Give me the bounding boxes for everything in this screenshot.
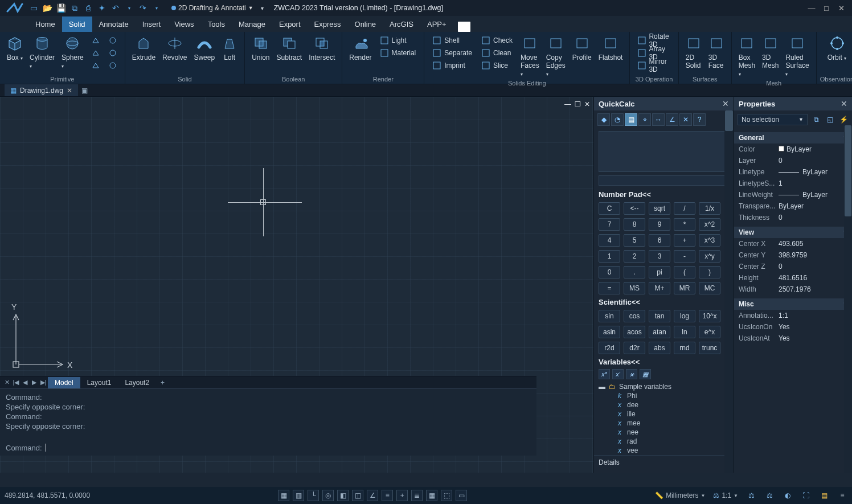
- pickadd-icon[interactable]: ⧉: [811, 114, 821, 125]
- calc-button-MC[interactable]: MC: [699, 282, 720, 294]
- variable-mee[interactable]: xmee: [599, 419, 729, 428]
- calc-button-acos[interactable]: acos: [624, 326, 645, 338]
- prop-value[interactable]: 2507.1976: [779, 285, 847, 293]
- prop-row-color[interactable]: ColorByLayer: [734, 144, 852, 155]
- prop-value[interactable]: 398.9759: [779, 251, 847, 259]
- primitive-small2-2[interactable]: [106, 59, 119, 72]
- close-icon[interactable]: ✕: [722, 99, 729, 108]
- menu-tab-express[interactable]: Express: [308, 17, 348, 32]
- menu-tab-insert[interactable]: Insert: [136, 17, 168, 32]
- prop-row-centery[interactable]: Center Y398.9759: [734, 249, 852, 261]
- calc-button-[interactable]: .: [624, 266, 645, 278]
- redo-drop-icon[interactable]: ▾: [151, 3, 162, 13]
- material-button[interactable]: Material: [378, 47, 419, 59]
- quickcalc-details-header[interactable]: Details: [594, 455, 734, 469]
- maximize-button[interactable]: □: [819, 3, 834, 13]
- calc-button-[interactable]: /: [674, 202, 695, 215]
- close-button[interactable]: ✕: [834, 3, 849, 13]
- primitive-small-1[interactable]: [89, 47, 102, 59]
- quickcalc-header[interactable]: QuickCalc ✕: [594, 97, 734, 110]
- prop-row-lineweight[interactable]: LineWeightByLayer: [734, 189, 852, 200]
- 3d-face-button[interactable]: 3D Face: [705, 34, 728, 71]
- prop-value[interactable]: 1:1: [779, 312, 847, 319]
- collapse-icon[interactable]: ▬: [599, 383, 605, 391]
- qc-angle-icon[interactable]: ∠: [666, 113, 678, 126]
- primitive-small-2[interactable]: [89, 59, 102, 72]
- preview-icon[interactable]: ✦: [97, 3, 107, 13]
- qc-clear-icon[interactable]: ◆: [597, 113, 610, 126]
- prop-value[interactable]: 1: [779, 179, 847, 187]
- var-calc-icon[interactable]: ▦: [640, 369, 651, 379]
- quickcalc-input[interactable]: [599, 175, 729, 186]
- cmd-close-icon[interactable]: ✕: [2, 379, 11, 386]
- snap-mode-icon[interactable]: ▥: [293, 490, 304, 501]
- check-button[interactable]: Check: [479, 34, 515, 47]
- scrollbar-thumb[interactable]: [725, 110, 733, 131]
- calc-button-sqrt[interactable]: sqrt: [649, 202, 670, 215]
- variable-vee[interactable]: xvee: [599, 446, 729, 455]
- calc-button-M[interactable]: M+: [649, 282, 670, 294]
- quickselect-icon[interactable]: ⚡: [838, 114, 849, 125]
- layout-tab-layout1[interactable]: Layout1: [80, 377, 118, 388]
- menu-tab-tools[interactable]: Tools: [201, 17, 232, 32]
- profile-button[interactable]: Profile: [569, 34, 595, 63]
- new-icon[interactable]: ▭: [28, 3, 39, 13]
- separate-button[interactable]: Separate: [430, 47, 474, 59]
- qp-icon[interactable]: ▭: [456, 490, 467, 501]
- vp-restore-icon[interactable]: ❐: [575, 100, 581, 108]
- var-del-icon[interactable]: x̶: [626, 369, 637, 379]
- qc-intersect-icon[interactable]: ✕: [679, 113, 692, 126]
- polar-icon[interactable]: ◎: [322, 490, 334, 501]
- prop-value[interactable]: 0: [779, 263, 847, 271]
- ortho-icon[interactable]: └: [308, 490, 319, 501]
- calc-button-7[interactable]: 7: [599, 218, 620, 231]
- tpy-icon[interactable]: ▦: [426, 490, 437, 501]
- shell-button[interactable]: Shell: [430, 34, 474, 47]
- prop-value[interactable]: 481.6516: [779, 274, 847, 282]
- vp-minimize-icon[interactable]: —: [564, 100, 571, 108]
- calc-button-[interactable]: +: [674, 234, 695, 247]
- menu-tab-app+[interactable]: APP+: [420, 17, 453, 32]
- prop-row-transpare[interactable]: Transpare...ByLayer: [734, 200, 852, 212]
- variables-tree[interactable]: ▬ 🗀 Sample variables kPhixdeexillexmeexn…: [594, 381, 734, 455]
- slice-button[interactable]: Slice: [479, 59, 515, 72]
- selection-dropdown[interactable]: No selection ▼: [738, 114, 808, 125]
- prop-value[interactable]: 0: [779, 157, 847, 165]
- prop-row-ucsiconat[interactable]: UcsIconAtYes: [734, 333, 852, 344]
- vp-close-icon[interactable]: ✕: [584, 100, 590, 108]
- qat-more-icon[interactable]: ▾: [261, 5, 264, 11]
- command-window[interactable]: Command:Specify opposite corner:Command:…: [0, 388, 536, 456]
- prop-group-view[interactable]: View▾: [734, 227, 852, 238]
- prop-value[interactable]: Yes: [779, 323, 847, 331]
- calc-button-[interactable]: (: [674, 266, 695, 278]
- calc-button-6[interactable]: 6: [649, 234, 670, 247]
- calc-button-5[interactable]: 5: [624, 234, 645, 247]
- scrollbar-thumb[interactable]: [845, 125, 851, 216]
- prop-group-misc[interactable]: Misc▾: [734, 298, 852, 310]
- calc-button-x3[interactable]: x^3: [699, 234, 720, 247]
- box-mesh-button[interactable]: Box Mesh ▾: [735, 34, 759, 79]
- menu-tab-views[interactable]: Views: [167, 17, 200, 32]
- calc-button-3[interactable]: 3: [649, 250, 670, 263]
- subtract-button[interactable]: Subtract: [273, 34, 306, 63]
- sphere-button[interactable]: Sphere ▾: [58, 34, 87, 71]
- prop-group-general[interactable]: General▾: [734, 132, 852, 144]
- appstore-icon[interactable]: [458, 22, 470, 32]
- numpad-header[interactable]: Number Pad<<: [594, 189, 734, 200]
- menu-tab-arcgis[interactable]: ArcGIS: [383, 17, 420, 32]
- union-button[interactable]: Union: [248, 34, 273, 63]
- calc-button-x2[interactable]: x^2: [699, 218, 720, 231]
- qc-dist-icon[interactable]: ↔: [652, 113, 665, 126]
- cylinder-button[interactable]: Cylinder ▾: [26, 34, 58, 71]
- layout-tab-model[interactable]: Model: [48, 377, 80, 388]
- calc-button-8[interactable]: 8: [624, 218, 645, 231]
- status-coordinates[interactable]: 489.2814, 481.5571, 0.0000: [5, 491, 90, 499]
- prop-row-layer[interactable]: Layer0: [734, 155, 852, 166]
- customize-icon[interactable]: ≡: [837, 490, 847, 501]
- calc-button-10x[interactable]: 10^x: [699, 310, 720, 322]
- qc-getcoord-icon[interactable]: ⌖: [638, 113, 651, 126]
- layout-tab-layout2[interactable]: Layout2: [118, 377, 156, 388]
- osnap-icon[interactable]: ◫: [352, 490, 363, 501]
- plot-icon[interactable]: ⎙: [83, 3, 93, 13]
- prop-value[interactable]: 493.605: [779, 240, 847, 248]
